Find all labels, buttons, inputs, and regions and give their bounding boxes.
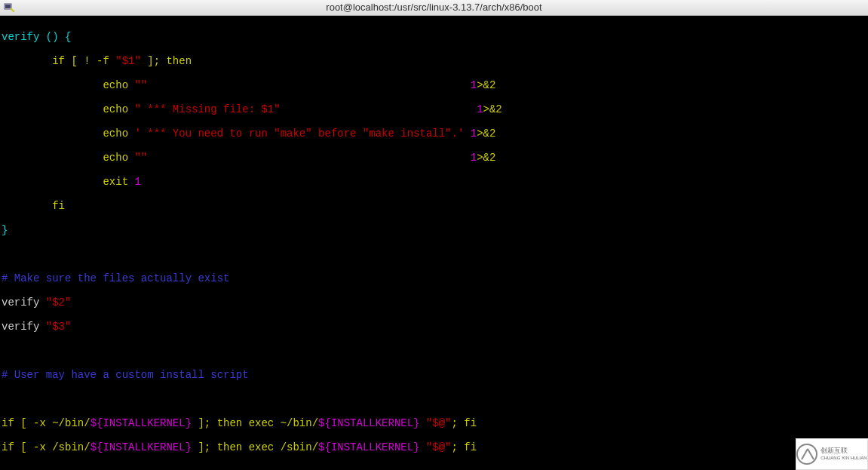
code-line: # User may have a custom install script (2, 369, 866, 381)
watermark-text-en: CHUANG XIN HULIAN (820, 454, 866, 462)
watermark-text-cn: 创新互联 (820, 447, 866, 454)
watermark-icon (796, 444, 817, 465)
code-line: if [ -x /sbin/${INSTALLKERNEL} ]; then e… (2, 441, 866, 453)
code-line (2, 345, 866, 357)
terminal-content[interactable]: verify () { if [ ! -f "$1" ]; then echo … (0, 16, 868, 470)
code-line: verify () { (2, 31, 866, 43)
code-line: # Make sure the files actually exist (2, 272, 866, 284)
code-line: verify "$2" (2, 296, 866, 309)
watermark-logo: 创新互联 CHUANG XIN HULIAN (796, 438, 868, 470)
code-line: echo "" 1>&2 (2, 79, 866, 91)
code-line: fi (2, 200, 866, 212)
code-line: if [ -x ~/bin/${INSTALLKERNEL} ]; then e… (2, 417, 866, 429)
code-line (2, 393, 866, 405)
svg-rect-1 (5, 5, 11, 8)
code-line: echo " *** Missing file: $1" 1>&2 (2, 103, 866, 115)
code-line: verify "$3" (2, 321, 866, 333)
code-line: if [ ! -f "$1" ]; then (2, 55, 866, 67)
code-line: echo "" 1>&2 (2, 152, 866, 164)
svg-point-2 (13, 11, 14, 12)
code-line: } (2, 224, 866, 236)
window-titlebar: root@localhost:/usr/src/linux-3.13.7/arc… (0, 0, 868, 16)
code-line (2, 248, 866, 260)
code-line: exit 1 (2, 176, 866, 188)
code-line: echo ' *** You need to run "make" before… (2, 127, 866, 140)
window-title: root@localhost:/usr/src/linux-3.13.7/arc… (0, 2, 868, 14)
putty-icon (3, 2, 15, 14)
code-line (2, 465, 866, 470)
